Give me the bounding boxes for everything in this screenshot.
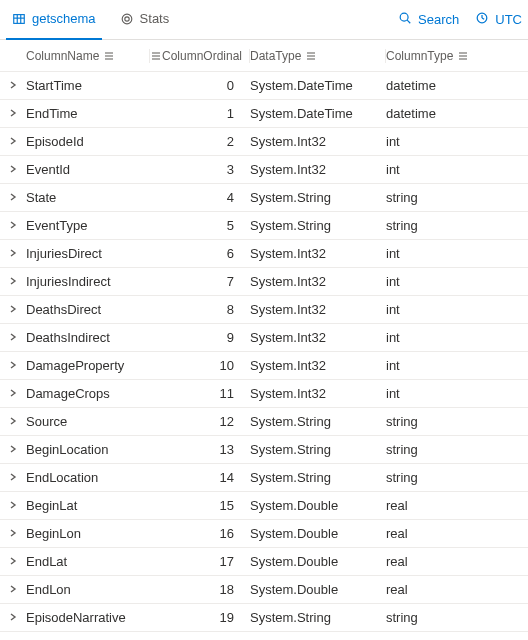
- header-data-type[interactable]: DataType: [250, 49, 386, 63]
- header-label: DataType: [250, 49, 301, 63]
- expand-toggle[interactable]: [0, 442, 26, 457]
- cell-column-name: EndLat: [26, 554, 144, 569]
- expand-toggle[interactable]: [0, 246, 26, 261]
- expand-toggle[interactable]: [0, 134, 26, 149]
- table-row[interactable]: InjuriesIndirect7System.Int32int: [0, 268, 528, 296]
- search-label: Search: [418, 12, 459, 27]
- cell-column-ordinal: 11: [150, 386, 234, 401]
- expand-toggle[interactable]: [0, 610, 26, 625]
- cell-column-type: datetime: [386, 106, 522, 121]
- table-row[interactable]: DeathsDirect8System.Int32int: [0, 296, 528, 324]
- table-row[interactable]: EpisodeNarrative19System.Stringstring: [0, 604, 528, 632]
- header-label: ColumnType: [386, 49, 453, 63]
- table-icon: [12, 12, 26, 26]
- expand-toggle[interactable]: [0, 526, 26, 541]
- table-row[interactable]: BeginLat15System.Doublereal: [0, 492, 528, 520]
- chevron-right-icon: [8, 190, 18, 205]
- svg-point-6: [400, 13, 408, 21]
- cell-data-type: System.String: [250, 414, 380, 429]
- table-header: ColumnName ColumnOrdinal DataType Column…: [0, 40, 528, 72]
- search-action[interactable]: Search: [398, 11, 459, 28]
- chevron-right-icon: [8, 358, 18, 373]
- cell-column-ordinal: 16: [150, 526, 234, 541]
- tab-stats[interactable]: Stats: [114, 0, 176, 40]
- table-row[interactable]: EndLocation14System.Stringstring: [0, 464, 528, 492]
- expand-toggle[interactable]: [0, 470, 26, 485]
- cell-column-ordinal: 2: [150, 134, 234, 149]
- table-row[interactable]: InjuriesDirect6System.Int32int: [0, 240, 528, 268]
- table-row[interactable]: EndLon18System.Doublereal: [0, 576, 528, 604]
- table-row[interactable]: DeathsIndirect9System.Int32int: [0, 324, 528, 352]
- expand-toggle[interactable]: [0, 218, 26, 233]
- expand-toggle[interactable]: [0, 106, 26, 121]
- expand-toggle[interactable]: [0, 582, 26, 597]
- chevron-right-icon: [8, 218, 18, 233]
- expand-toggle[interactable]: [0, 78, 26, 93]
- utc-action[interactable]: UTC: [475, 11, 522, 28]
- expand-toggle[interactable]: [0, 302, 26, 317]
- cell-column-name: BeginLon: [26, 526, 144, 541]
- expand-toggle[interactable]: [0, 554, 26, 569]
- column-menu-icon[interactable]: [150, 50, 162, 62]
- cell-column-name: BeginLocation: [26, 442, 144, 457]
- chevron-right-icon: [8, 470, 18, 485]
- table-row[interactable]: DamageProperty10System.Int32int: [0, 352, 528, 380]
- cell-column-name: InjuriesIndirect: [26, 274, 144, 289]
- cell-data-type: System.Int32: [250, 302, 380, 317]
- table-row[interactable]: BeginLocation13System.Stringstring: [0, 436, 528, 464]
- cell-column-type: int: [386, 302, 522, 317]
- cell-column-ordinal: 19: [150, 610, 234, 625]
- expand-toggle[interactable]: [0, 414, 26, 429]
- header-column-type[interactable]: ColumnType: [386, 49, 528, 63]
- cell-column-ordinal: 13: [150, 442, 234, 457]
- expand-toggle[interactable]: [0, 330, 26, 345]
- table-row[interactable]: BeginLon16System.Doublereal: [0, 520, 528, 548]
- table-row[interactable]: EndTime1System.DateTimedatetime: [0, 100, 528, 128]
- table-row[interactable]: EndLat17System.Doublereal: [0, 548, 528, 576]
- cell-column-name: EventId: [26, 162, 144, 177]
- utc-label: UTC: [495, 12, 522, 27]
- cell-column-ordinal: 0: [150, 78, 234, 93]
- table-row[interactable]: EventNarrative20System.Stringstring: [0, 632, 528, 640]
- svg-point-5: [124, 16, 128, 20]
- cell-data-type: System.Int32: [250, 274, 380, 289]
- expand-toggle[interactable]: [0, 190, 26, 205]
- cell-column-type: string: [386, 610, 522, 625]
- column-menu-icon[interactable]: [103, 50, 115, 62]
- cell-column-type: string: [386, 190, 522, 205]
- cell-column-name: EventType: [26, 218, 144, 233]
- table-row[interactable]: EpisodeId2System.Int32int: [0, 128, 528, 156]
- cell-column-ordinal: 4: [150, 190, 234, 205]
- expand-toggle[interactable]: [0, 358, 26, 373]
- cell-column-name: EndLocation: [26, 470, 144, 485]
- table-row[interactable]: Source12System.Stringstring: [0, 408, 528, 436]
- cell-data-type: System.Int32: [250, 330, 380, 345]
- table-row[interactable]: EventId3System.Int32int: [0, 156, 528, 184]
- table-row[interactable]: StartTime0System.DateTimedatetime: [0, 72, 528, 100]
- cell-column-type: string: [386, 470, 522, 485]
- expand-toggle[interactable]: [0, 274, 26, 289]
- cell-column-type: string: [386, 218, 522, 233]
- header-column-ordinal[interactable]: ColumnOrdinal: [150, 49, 250, 63]
- cell-column-ordinal: 10: [150, 358, 234, 373]
- table-row[interactable]: EventType5System.Stringstring: [0, 212, 528, 240]
- table-row[interactable]: State4System.Stringstring: [0, 184, 528, 212]
- cell-data-type: System.Double: [250, 498, 380, 513]
- column-menu-icon[interactable]: [305, 50, 317, 62]
- expand-toggle[interactable]: [0, 498, 26, 513]
- cell-data-type: System.DateTime: [250, 106, 380, 121]
- chevron-right-icon: [8, 134, 18, 149]
- search-icon: [398, 11, 412, 28]
- chevron-right-icon: [8, 106, 18, 121]
- expand-toggle[interactable]: [0, 162, 26, 177]
- table-row[interactable]: DamageCrops11System.Int32int: [0, 380, 528, 408]
- cell-column-type: real: [386, 554, 522, 569]
- column-menu-icon[interactable]: [457, 50, 469, 62]
- expand-toggle[interactable]: [0, 386, 26, 401]
- chevron-right-icon: [8, 386, 18, 401]
- header-column-name[interactable]: ColumnName: [26, 49, 150, 63]
- cell-column-ordinal: 14: [150, 470, 234, 485]
- cell-column-name: StartTime: [26, 78, 144, 93]
- tab-getschema[interactable]: getschema: [6, 0, 102, 40]
- chevron-right-icon: [8, 246, 18, 261]
